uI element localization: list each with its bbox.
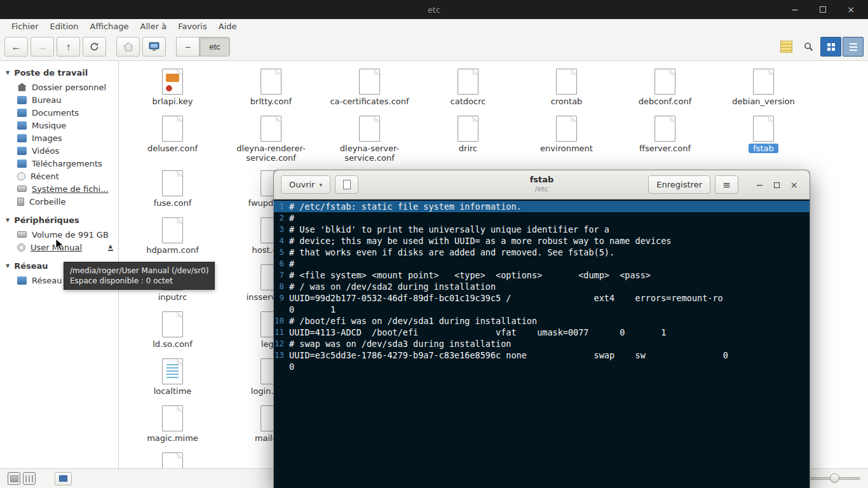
sidebar-section-header[interactable]: ▼ Poste de travail bbox=[0, 65, 118, 81]
file-item[interactable]: brltty.conf bbox=[222, 69, 320, 116]
line-number: 11 bbox=[274, 327, 289, 338]
computer-button[interactable] bbox=[142, 37, 166, 57]
line-number: 13 bbox=[274, 349, 289, 361]
line-number: 4 bbox=[274, 235, 289, 247]
list-view-button[interactable] bbox=[843, 37, 864, 57]
sidebar-item[interactable]: Récent bbox=[0, 170, 118, 182]
line-text: UUID=4113-ADCD /boot/efi vfat umask=0077… bbox=[289, 327, 666, 338]
sidebar-item[interactable]: Bureau bbox=[0, 93, 118, 106]
editor-headerbar: Ouvrir ▾ fstab /etc Enregistrer ≡ − × bbox=[274, 170, 810, 200]
line-number: 7 bbox=[274, 269, 289, 281]
sidebar-item[interactable]: Système de fichi... bbox=[0, 182, 118, 195]
breadcrumb-button[interactable]: etc bbox=[200, 37, 229, 57]
menu-item[interactable]: Affichage bbox=[84, 22, 134, 31]
sidebar-item-icon bbox=[17, 83, 27, 92]
forward-icon: → bbox=[37, 41, 48, 53]
save-button[interactable]: Enregistrer bbox=[648, 175, 710, 194]
up-button[interactable]: ↑ bbox=[57, 37, 80, 57]
notes-button[interactable] bbox=[776, 37, 797, 57]
file-item[interactable]: hdparm.conf bbox=[123, 217, 222, 264]
sidebar-toggle-button[interactable] bbox=[55, 472, 72, 485]
eject-icon[interactable]: ▲ bbox=[108, 244, 113, 251]
file-item[interactable]: deluser.conf bbox=[123, 116, 222, 170]
zoom-slider-knob[interactable] bbox=[830, 473, 839, 483]
menu-item[interactable]: Edition bbox=[44, 22, 85, 31]
menu-item[interactable]: Fichier bbox=[6, 22, 44, 31]
sidebar-item[interactable]: Vidéos bbox=[0, 144, 118, 157]
file-item[interactable]: drirc bbox=[419, 116, 517, 170]
tooltip-line1: /media/roger/User Manual (/dev/sr0) bbox=[70, 266, 208, 276]
menu-item[interactable]: Favoris bbox=[172, 22, 213, 31]
line-number: 3 bbox=[274, 224, 289, 235]
file-item[interactable]: localtime bbox=[123, 358, 222, 405]
file-item[interactable]: brlapi.key bbox=[123, 69, 222, 116]
line-text: # <file system> <mount point> <type> <op… bbox=[289, 269, 651, 281]
file-item[interactable]: ffserver.conf bbox=[616, 116, 714, 170]
refresh-icon bbox=[90, 42, 99, 51]
zoom-slider[interactable] bbox=[806, 472, 860, 485]
sidebar-item[interactable]: Corbeille bbox=[0, 195, 118, 208]
file-item[interactable] bbox=[123, 452, 222, 468]
line-number: 12 bbox=[274, 338, 289, 349]
icon-view-button[interactable] bbox=[820, 37, 841, 57]
sidebar-item-icon bbox=[17, 147, 27, 155]
file-label: localtime bbox=[154, 386, 192, 396]
minimize-button[interactable]: − bbox=[790, 5, 799, 14]
code-line: 2 # bbox=[274, 212, 810, 224]
file-item[interactable]: catdocrc bbox=[419, 69, 517, 116]
editor-text-area[interactable]: 1 # /etc/fstab: static file system infor… bbox=[274, 200, 810, 488]
file-label: inputrc bbox=[158, 292, 187, 302]
home-button[interactable] bbox=[116, 37, 140, 57]
menu-item[interactable]: Aller à bbox=[135, 22, 173, 31]
line-text: # swap was on /dev/sda3 during installat… bbox=[289, 338, 512, 349]
sidebar-item[interactable]: Documents bbox=[0, 106, 118, 119]
back-button[interactable]: ← bbox=[4, 37, 28, 57]
file-item[interactable]: crontab bbox=[517, 69, 616, 116]
file-item[interactable]: debian_version bbox=[714, 69, 813, 116]
open-button[interactable]: Ouvrir ▾ bbox=[281, 175, 330, 194]
sidebar-item[interactable]: Musique bbox=[0, 119, 118, 132]
line-text: # Use 'blkid' to print the universally u… bbox=[289, 224, 609, 235]
file-item[interactable]: ca-certificates.conf bbox=[320, 69, 419, 116]
sidebar-item-icon bbox=[17, 121, 27, 130]
file-icon bbox=[162, 311, 183, 337]
menu-button[interactable]: ≡ bbox=[715, 175, 738, 194]
refresh-button[interactable] bbox=[83, 37, 106, 57]
file-item[interactable]: fuse.conf bbox=[123, 170, 222, 217]
close-button[interactable]: × bbox=[846, 5, 855, 14]
file-label: dleyna-server-service.conf bbox=[322, 144, 417, 163]
line-text: # bbox=[289, 258, 294, 269]
file-item[interactable]: magic.mime bbox=[123, 405, 222, 452]
tree-toggle-button[interactable] bbox=[23, 472, 36, 485]
file-item[interactable]: fstab bbox=[714, 116, 813, 170]
file-item[interactable]: environment bbox=[517, 116, 616, 170]
sidebar-item[interactable]: Téléchargements bbox=[0, 157, 118, 170]
places-toggle-button[interactable] bbox=[8, 472, 20, 485]
code-line: 1 # /etc/fstab: static file system infor… bbox=[274, 201, 810, 212]
breadcrumb-button[interactable]: – bbox=[176, 37, 200, 57]
menu-item[interactable]: Aide bbox=[213, 22, 243, 31]
maximize-button[interactable] bbox=[818, 5, 827, 14]
window-controls: − × bbox=[790, 5, 868, 14]
file-item[interactable]: dleyna-server-service.conf bbox=[320, 116, 419, 170]
forward-button[interactable]: → bbox=[31, 37, 54, 57]
file-icon bbox=[753, 69, 774, 95]
sidebar-section-header[interactable]: ▼ Périphériques bbox=[0, 212, 118, 228]
file-item[interactable]: ld.so.conf bbox=[123, 311, 222, 358]
editor-close-button[interactable]: × bbox=[785, 180, 803, 189]
back-icon: ← bbox=[11, 41, 22, 53]
file-item[interactable]: dleyna-renderer-service.conf bbox=[222, 116, 320, 170]
editor-minimize-button[interactable]: − bbox=[751, 180, 768, 189]
file-item[interactable]: debconf.conf bbox=[616, 69, 714, 116]
sidebar-item[interactable]: Images bbox=[0, 132, 118, 144]
new-document-button[interactable] bbox=[335, 175, 358, 194]
sidebar-item[interactable]: Dossier personnel bbox=[0, 81, 118, 93]
computer-icon bbox=[149, 42, 159, 51]
editor-maximize-button[interactable] bbox=[768, 180, 785, 189]
breadcrumb: – etc bbox=[176, 37, 230, 57]
line-text: 0 1 bbox=[289, 304, 336, 315]
expander-icon: ▼ bbox=[6, 263, 10, 269]
search-button[interactable] bbox=[798, 37, 819, 57]
open-button-label: Ouvrir bbox=[289, 180, 315, 189]
sidebar-item-label: Vidéos bbox=[32, 146, 59, 156]
